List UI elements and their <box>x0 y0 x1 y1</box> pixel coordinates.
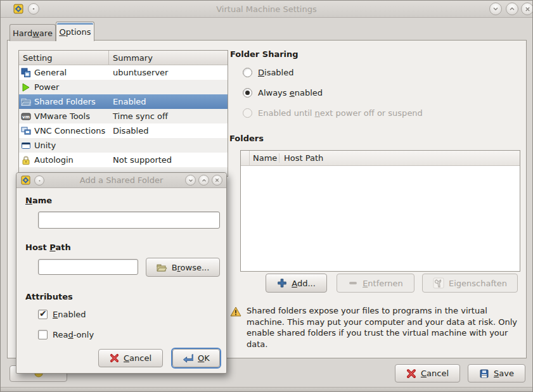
dialog-close-button[interactable] <box>212 175 222 186</box>
window-title: Virtual Machine Settings <box>1 4 532 14</box>
settings-row-shared-folders[interactable]: Shared Folders Enabled <box>19 94 228 109</box>
window-titlebar[interactable]: Virtual Machine Settings <box>1 1 532 18</box>
svg-text:vm: vm <box>22 115 30 120</box>
radio-circle[interactable] <box>243 68 252 77</box>
close-icon <box>214 177 220 183</box>
column-host-path[interactable]: Host Path <box>279 153 520 163</box>
floppy-save-icon <box>479 369 489 379</box>
minimize-button[interactable] <box>489 3 502 15</box>
settings-row-vmware-tools[interactable]: vm VMware Tools Time sync off <box>19 109 228 123</box>
name-label: Name <box>25 196 52 205</box>
save-button[interactable]: Save <box>468 364 525 383</box>
close-icon <box>524 6 531 13</box>
warning-icon <box>230 307 241 317</box>
radio-disabled[interactable]: Disabled <box>243 68 293 77</box>
settings-row-general[interactable]: General ubuntuserver <box>19 65 228 80</box>
close-button[interactable] <box>521 3 533 15</box>
add-folder-button[interactable]: Add... <box>266 274 327 293</box>
enabled-checkbox[interactable] <box>38 310 48 319</box>
column-setting[interactable]: Setting <box>19 51 109 65</box>
radio-circle <box>243 108 252 118</box>
settings-row-vnc-connections[interactable]: VNC Connections Disabled <box>19 123 228 138</box>
attributes-heading: Attributes <box>25 292 73 301</box>
unity-icon <box>21 141 31 151</box>
radio-always-enabled[interactable]: Always enabled <box>243 88 323 98</box>
radio-enabled-until-power-off: Enabled until next power off or suspend <box>243 108 423 118</box>
settings-row-power[interactable]: Power <box>19 80 228 94</box>
enter-arrow-icon <box>183 353 193 363</box>
red-x-icon <box>406 369 416 379</box>
chevron-down-icon <box>188 177 194 184</box>
dialog-cancel-button[interactable]: Cancel <box>98 349 163 367</box>
name-input[interactable] <box>38 212 220 229</box>
chevron-up-icon <box>201 177 207 184</box>
red-x-icon <box>110 353 119 363</box>
add-shared-folder-dialog: Add a Shared Folder Name Host Path <box>16 172 227 374</box>
column-spacer <box>241 151 250 165</box>
vmware-tools-icon: vm <box>21 111 31 122</box>
wrench-icon <box>433 277 444 289</box>
enabled-checkbox-row[interactable]: Enabled <box>38 310 86 319</box>
maximize-button[interactable] <box>506 3 518 15</box>
chevron-up-icon <box>508 5 516 13</box>
folder-sharing-heading: Folder Sharing <box>230 49 299 59</box>
folder-properties-button: Eigenschaften <box>422 274 518 293</box>
folders-list[interactable]: Name Host Path <box>240 150 520 272</box>
vnc-connections-icon <box>21 126 31 136</box>
host-path-label: Host Path <box>25 243 71 252</box>
folders-list-header[interactable]: Name Host Path <box>241 151 520 166</box>
tab-hardware[interactable]: Hardware <box>10 24 56 41</box>
readonly-checkbox[interactable] <box>38 330 48 339</box>
tab-options[interactable]: Options <box>56 22 94 41</box>
readonly-checkbox-row[interactable]: Read-only <box>38 330 94 339</box>
folder-open-icon <box>157 263 167 272</box>
window-bottom-edge <box>1 387 532 391</box>
window-menu-button[interactable] <box>28 3 39 15</box>
column-name[interactable]: Name <box>250 153 279 163</box>
column-summary[interactable]: Summary <box>109 51 228 65</box>
plus-icon <box>277 278 287 288</box>
settings-list-header[interactable]: Setting Summary <box>19 51 228 65</box>
menu-dot-icon <box>32 7 35 11</box>
shared-folders-icon <box>21 97 31 107</box>
chevron-down-icon <box>492 5 499 13</box>
power-icon <box>21 82 31 92</box>
general-icon <box>21 68 31 78</box>
dialog-minimize-button[interactable] <box>185 175 196 186</box>
radio-circle[interactable] <box>243 88 252 98</box>
virtual-machine-settings-window: Virtual Machine Settings Hardware Option… <box>0 0 533 392</box>
folders-heading: Folders <box>229 134 264 143</box>
dialog-maximize-button[interactable] <box>198 175 209 186</box>
vmware-app-icon <box>13 4 23 14</box>
settings-row-autologin[interactable]: Autologin Not supported <box>19 153 228 167</box>
autologin-icon <box>21 155 31 165</box>
remove-folder-button: Entfernen <box>337 274 414 293</box>
dialog-titlebar[interactable]: Add a Shared Folder <box>16 173 226 188</box>
cancel-button[interactable]: Cancel <box>395 364 460 383</box>
host-path-input[interactable] <box>38 259 138 275</box>
minus-icon <box>348 278 358 288</box>
browse-button[interactable]: Browse... <box>146 258 220 277</box>
settings-row-unity[interactable]: Unity <box>19 138 228 153</box>
settings-list[interactable]: Setting Summary General ubuntuserver Pow… <box>18 50 228 177</box>
dialog-ok-button[interactable]: OK <box>172 349 220 367</box>
shared-folders-warning: Shared folders expose your files to prog… <box>247 305 523 350</box>
